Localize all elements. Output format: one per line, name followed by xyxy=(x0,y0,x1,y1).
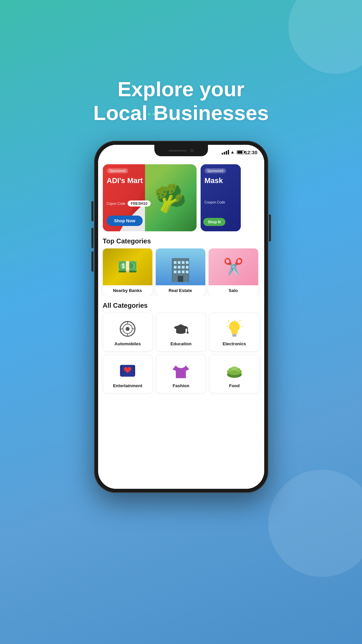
all-cat-education[interactable]: Education xyxy=(156,313,206,351)
phone-frame: ▲ 12:30 🥦 xyxy=(94,141,268,493)
category-label-banks: Nearby Banks xyxy=(103,285,152,296)
all-categories-grid-2: Entertainment Fashion xyxy=(98,355,264,400)
hero-title: Explore your Local Businesses xyxy=(0,77,362,125)
svg-point-46 xyxy=(231,366,238,370)
status-time: 12:30 xyxy=(244,150,257,155)
banner-image: 🥦 xyxy=(145,164,197,231)
svg-rect-2 xyxy=(174,261,176,264)
front-camera xyxy=(190,149,194,152)
category-label-salon: Salo xyxy=(209,285,258,296)
svg-rect-37 xyxy=(120,369,122,370)
svg-rect-39 xyxy=(133,366,135,367)
svg-rect-11 xyxy=(178,271,180,273)
sponsored-label: Sponsored xyxy=(107,168,128,173)
entertainment-icon xyxy=(119,362,136,380)
coupon-row-2: Coupon Code xyxy=(205,200,225,204)
svg-rect-27 xyxy=(232,334,237,335)
svg-line-33 xyxy=(239,320,240,321)
category-card-banks[interactable]: 💵 Nearby Banks xyxy=(103,248,152,296)
svg-rect-40 xyxy=(133,369,135,370)
banner-card-2[interactable]: Sponsored Mask Coupon Code Shop N xyxy=(201,164,241,231)
phone-notch xyxy=(154,145,208,156)
svg-rect-28 xyxy=(232,335,236,337)
building-svg xyxy=(170,252,191,282)
svg-rect-4 xyxy=(182,261,185,264)
all-cat-label-automobiles: Automobiles xyxy=(115,341,141,346)
hero-section: Explore your Local Businesses xyxy=(0,77,362,125)
phone-mockup: ▲ 12:30 🥦 xyxy=(94,141,268,493)
speaker xyxy=(168,150,187,152)
svg-rect-8 xyxy=(182,266,185,269)
deco-circle xyxy=(288,0,362,74)
svg-rect-13 xyxy=(186,271,189,273)
category-label-realestate: Real Estate xyxy=(156,285,205,296)
svg-rect-14 xyxy=(178,276,183,282)
education-icon xyxy=(172,320,190,338)
phone-screen: ▲ 12:30 🥦 xyxy=(98,145,264,489)
coupon-label-2: Coupon Code xyxy=(205,200,225,204)
svg-rect-6 xyxy=(174,266,176,269)
shop-now-button-2[interactable]: Shop N xyxy=(203,218,226,226)
all-cat-label-education: Education xyxy=(170,341,192,346)
coupon-label: Copon Code xyxy=(107,202,126,206)
category-img-realestate xyxy=(156,248,205,285)
coupon-row: Copon Code FRESH10 xyxy=(107,200,151,207)
svg-point-25 xyxy=(187,332,189,334)
svg-line-32 xyxy=(228,320,229,321)
category-img-banks: 💵 xyxy=(103,248,152,285)
all-cat-automobiles[interactable]: Automobiles xyxy=(103,313,153,351)
all-cat-fashion[interactable]: Fashion xyxy=(156,355,206,393)
svg-rect-36 xyxy=(120,366,122,367)
svg-rect-10 xyxy=(174,271,176,273)
all-cat-label-fashion: Fashion xyxy=(173,383,190,388)
sponsored-label-2: Sponsored xyxy=(205,168,226,173)
category-card-salon[interactable]: ✂️ Salo xyxy=(209,248,258,296)
electronics-icon xyxy=(226,320,243,338)
veggie-icon: 🥦 xyxy=(152,180,189,215)
coupon-code: FRESH10 xyxy=(128,200,151,207)
banner-title-2: Mask xyxy=(205,176,223,185)
all-cat-label-entertainment: Entertainment xyxy=(113,383,142,388)
shop-now-button-1[interactable]: Shop Now xyxy=(107,216,143,226)
screen-content: 🥦 Sponsored ADI's Mart Copon Code FRESH1… xyxy=(98,160,264,489)
all-cat-food[interactable]: Food xyxy=(209,355,259,393)
svg-point-17 xyxy=(126,327,130,331)
svg-rect-12 xyxy=(182,271,185,273)
all-categories-title: All Categories xyxy=(98,296,264,313)
deco-wave xyxy=(268,470,362,577)
food-icon xyxy=(226,362,243,380)
all-cat-label-electronics: Electronics xyxy=(223,341,246,346)
svg-rect-7 xyxy=(178,266,180,269)
all-cat-label-food: Food xyxy=(229,383,240,388)
battery-icon xyxy=(237,150,244,154)
svg-rect-38 xyxy=(120,372,122,373)
category-card-realestate[interactable]: Real Estate xyxy=(156,248,205,296)
banner-title-1: ADI's Mart xyxy=(107,176,143,185)
automobiles-icon xyxy=(119,320,136,338)
wifi-icon: ▲ xyxy=(230,150,235,155)
all-cat-entertainment[interactable]: Entertainment xyxy=(103,355,153,393)
svg-rect-41 xyxy=(133,372,135,373)
all-categories-grid: Automobiles xyxy=(98,313,264,351)
svg-rect-3 xyxy=(178,261,180,264)
category-img-salon: ✂️ xyxy=(209,248,258,285)
top-categories-scroll: 💵 Nearby Banks xyxy=(98,248,264,296)
all-cat-electronics[interactable]: Electronics xyxy=(209,313,259,351)
fashion-icon xyxy=(172,362,189,380)
svg-rect-9 xyxy=(186,266,189,269)
signal-icon xyxy=(222,150,229,155)
banners-section: 🥦 Sponsored ADI's Mart Copon Code FRESH1… xyxy=(98,160,264,231)
banner-card-1[interactable]: 🥦 Sponsored ADI's Mart Copon Code FRESH1… xyxy=(103,164,197,231)
status-icons: ▲ xyxy=(222,150,244,155)
top-categories-title: Top Categories xyxy=(98,231,264,248)
dots-decoration-top xyxy=(80,44,349,70)
svg-rect-5 xyxy=(186,261,189,264)
